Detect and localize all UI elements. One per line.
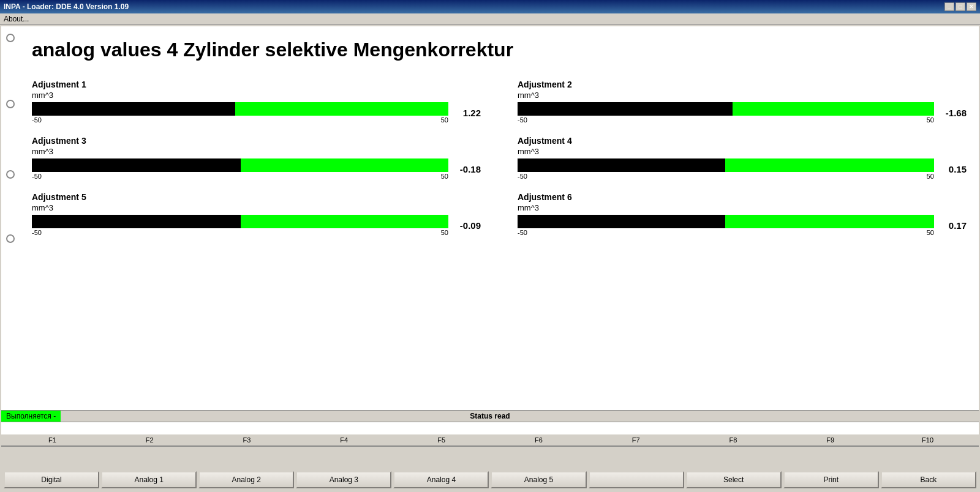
print-button[interactable]: Print	[783, 471, 879, 488]
gauge-label-adj4: Adjustment 4	[518, 136, 967, 146]
fkey-f4: F4	[295, 436, 393, 444]
gauge-min-adj5: -50	[32, 229, 42, 236]
gauge-bar-adj2	[518, 102, 934, 116]
gauge-label-adj1: Adjustment 1	[32, 80, 481, 89]
analog1-button[interactable]: Analog 1	[101, 471, 197, 488]
f7-button[interactable]	[589, 471, 684, 488]
gauge-min-adj4: -50	[518, 173, 527, 180]
gauge-bar-wrapper-adj1: -50 50	[32, 102, 448, 124]
title-bar-controls: _ □ ✕	[944, 2, 976, 11]
digital-button[interactable]: Digital	[4, 471, 99, 488]
fkey-f2: F2	[101, 436, 198, 444]
fkey-bar: F1 F2 F3 F4 F5 F6 F7 F8 F9 F10	[1, 434, 979, 445]
button-bar: Digital Analog 1 Analog 2 Analog 3 Analo…	[1, 469, 979, 491]
gauge-max-adj3: 50	[441, 173, 448, 180]
fkey-f6: F6	[490, 436, 587, 444]
gauge-scale-adj6: -50 50	[518, 229, 934, 236]
fkey-f1: F1	[4, 436, 101, 444]
status-text: Status read	[470, 412, 510, 420]
gauge-unit-adj6: mm^3	[518, 203, 967, 212]
gauge-bar-adj5	[32, 215, 448, 228]
maximize-button[interactable]: □	[956, 2, 965, 11]
gauge-bar-wrapper-adj6: -50 50	[518, 215, 934, 236]
gauge-bar-wrapper-adj4: -50 50	[518, 158, 934, 180]
gauge-unit-adj5: mm^3	[32, 203, 481, 212]
gauge-max-adj2: 50	[927, 116, 934, 124]
gauge-value-adj2: -1.68	[939, 108, 967, 118]
gauge-value-adj4: 0.15	[939, 164, 967, 174]
content-area: Adjustment 1 mm^3 -50 50 1.22 Adjustment…	[13, 80, 967, 236]
bottom-panel: Выполняется - Status read F1 F2 F3 F4 F5…	[1, 445, 979, 492]
gauge-bar-wrapper-adj5: -50 50	[32, 215, 448, 236]
gauge-scale-adj5: -50 50	[32, 229, 448, 236]
select-button[interactable]: Select	[686, 471, 782, 488]
gauge-unit-adj3: mm^3	[32, 147, 481, 156]
gauge-bar-container-adj4: -50 50 0.15	[518, 158, 967, 180]
gauge-item-adj6: Adjustment 6 mm^3 -50 50 0.17	[518, 192, 967, 236]
gauge-bar-adj1	[32, 102, 448, 116]
gauge-bar-container-adj1: -50 50 1.22	[32, 102, 481, 124]
gauge-label-adj3: Adjustment 3	[32, 136, 481, 146]
minimize-button[interactable]: _	[944, 2, 954, 11]
gauge-bar-adj3	[32, 158, 448, 172]
menu-bar: About...	[0, 13, 980, 25]
gauge-value-adj6: 0.17	[939, 220, 967, 231]
fkey-f5: F5	[393, 436, 490, 444]
analog3-button[interactable]: Analog 3	[296, 471, 391, 488]
gauge-scale-adj4: -50 50	[518, 173, 934, 180]
gauge-bar-container-adj6: -50 50 0.17	[518, 215, 967, 236]
radio-2[interactable]	[6, 100, 15, 108]
gauge-bar-wrapper-adj3: -50 50	[32, 158, 448, 180]
gauge-unit-adj4: mm^3	[518, 147, 967, 156]
gauge-item-adj1: Adjustment 1 mm^3 -50 50 1.22	[32, 80, 481, 124]
status-bar: Выполняется - Status read	[1, 410, 979, 422]
main-window: analog values 4 Zylinder selektive Menge…	[1, 26, 979, 451]
fkey-f7: F7	[587, 436, 685, 444]
gauge-label-adj2: Adjustment 2	[518, 80, 967, 89]
gauge-scale-adj3: -50 50	[32, 173, 448, 180]
fkey-f8: F8	[685, 436, 782, 444]
page-title: analog values 4 Zylinder selektive Menge…	[13, 39, 967, 61]
gauge-max-adj1: 50	[441, 116, 448, 124]
close-button[interactable]: ✕	[967, 2, 976, 11]
title-bar: INPA - Loader: DDE 4.0 Version 1.09 _ □ …	[0, 0, 980, 13]
radio-1[interactable]	[6, 34, 15, 42]
back-button[interactable]: Back	[881, 471, 976, 488]
gauge-bar-container-adj5: -50 50 -0.09	[32, 215, 481, 236]
menu-about[interactable]: About...	[4, 15, 29, 23]
gauge-value-adj5: -0.09	[453, 220, 481, 231]
radio-4[interactable]	[6, 234, 15, 243]
gauge-value-adj3: -0.18	[453, 164, 481, 174]
fkey-f3: F3	[198, 436, 296, 444]
gauge-unit-adj2: mm^3	[518, 91, 967, 100]
gauge-item-adj2: Adjustment 2 mm^3 -50 50 -1.68	[518, 80, 967, 124]
gauge-bar-adj4	[518, 158, 934, 172]
title-text: INPA - Loader: DDE 4.0 Version 1.09	[4, 2, 129, 11]
fkey-f9: F9	[782, 436, 879, 444]
gauge-item-adj4: Adjustment 4 mm^3 -50 50 0.15	[518, 136, 967, 180]
gauge-label-adj6: Adjustment 6	[518, 192, 967, 202]
gauge-scale-adj1: -50 50	[32, 116, 448, 124]
gauge-label-adj5: Adjustment 5	[32, 192, 481, 202]
fkey-f10: F10	[879, 436, 976, 444]
gauge-min-adj1: -50	[32, 116, 42, 124]
gauge-max-adj6: 50	[927, 229, 934, 236]
gauge-scale-adj2: -50 50	[518, 116, 934, 124]
gauge-item-adj3: Adjustment 3 mm^3 -50 50 -0.18	[32, 136, 481, 180]
analog4-button[interactable]: Analog 4	[393, 471, 489, 488]
gauge-min-adj3: -50	[32, 173, 42, 180]
gauge-bar-wrapper-adj2: -50 50	[518, 102, 934, 124]
gauge-value-adj1: 1.22	[453, 108, 481, 118]
gauge-min-adj2: -50	[518, 116, 527, 124]
gauge-item-adj5: Adjustment 5 mm^3 -50 50 -0.09	[32, 192, 481, 236]
gauge-unit-adj1: mm^3	[32, 91, 481, 100]
analog5-button[interactable]: Analog 5	[491, 471, 586, 488]
gauge-max-adj4: 50	[927, 173, 934, 180]
gauge-min-adj6: -50	[518, 229, 527, 236]
radio-3[interactable]	[6, 170, 15, 179]
gauge-bar-adj6	[518, 215, 934, 228]
executing-label: Выполняется -	[1, 411, 61, 422]
gauge-bar-container-adj2: -50 50 -1.68	[518, 102, 967, 124]
gauge-bar-container-adj3: -50 50 -0.18	[32, 158, 481, 180]
analog2-button[interactable]: Analog 2	[198, 471, 294, 488]
